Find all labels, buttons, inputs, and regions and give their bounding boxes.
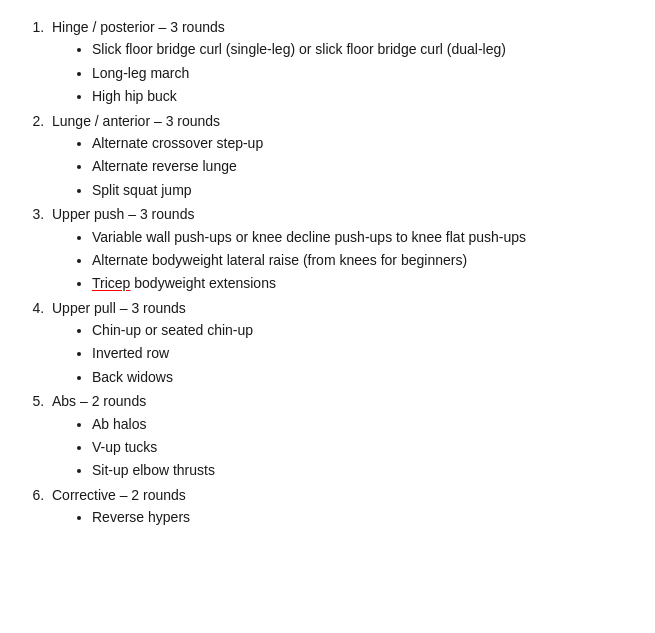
section-4-items: Chin-up or seated chin-up Inverted row B… — [52, 319, 635, 388]
section-2-items: Alternate crossover step-up Alternate re… — [52, 132, 635, 201]
section-4-header: Upper pull – 3 rounds Chin-up or seated … — [48, 297, 635, 389]
list-item: High hip buck — [92, 85, 635, 107]
list-item: Alternate reverse lunge — [92, 155, 635, 177]
list-item: Sit-up elbow thrusts — [92, 459, 635, 481]
section-5-title: Abs – 2 rounds — [52, 393, 146, 409]
section-1-header: Hinge / posterior – 3 rounds Slick floor… — [48, 16, 635, 108]
section-3-header: Upper push – 3 rounds Variable wall push… — [48, 203, 635, 295]
list-item: Tricep bodyweight extensions — [92, 272, 635, 294]
section-5-items: Ab halos V-up tucks Sit-up elbow thrusts — [52, 413, 635, 482]
list-item: Chin-up or seated chin-up — [92, 319, 635, 341]
list-item: Long-leg march — [92, 62, 635, 84]
list-item: Slick floor bridge curl (single-leg) or … — [92, 38, 635, 60]
list-item: Alternate crossover step-up — [92, 132, 635, 154]
list-item: Ab halos — [92, 413, 635, 435]
section-6-items: Reverse hypers — [52, 506, 635, 528]
section-3-title: Upper push – 3 rounds — [52, 206, 194, 222]
list-item: Variable wall push-ups or knee decline p… — [92, 226, 635, 248]
section-2-header: Lunge / anterior – 3 rounds Alternate cr… — [48, 110, 635, 202]
section-2-title: Lunge / anterior – 3 rounds — [52, 113, 220, 129]
section-4-title: Upper pull – 3 rounds — [52, 300, 186, 316]
section-3-items: Variable wall push-ups or knee decline p… — [52, 226, 635, 295]
section-1-title: Hinge / posterior – 3 rounds — [52, 19, 225, 35]
list-item: Inverted row — [92, 342, 635, 364]
sections-list: Hinge / posterior – 3 rounds Slick floor… — [20, 16, 635, 529]
section-5-header: Abs – 2 rounds Ab halos V-up tucks Sit-u… — [48, 390, 635, 482]
workout-list: Hinge / posterior – 3 rounds Slick floor… — [20, 16, 635, 529]
list-item: Reverse hypers — [92, 506, 635, 528]
section-1-items: Slick floor bridge curl (single-leg) or … — [52, 38, 635, 107]
tricep-underline: Tricep — [92, 275, 130, 291]
list-item: V-up tucks — [92, 436, 635, 458]
section-6-header: Corrective – 2 rounds Reverse hypers — [48, 484, 635, 529]
list-item: Alternate bodyweight lateral raise (from… — [92, 249, 635, 271]
list-item: Back widows — [92, 366, 635, 388]
list-item: Split squat jump — [92, 179, 635, 201]
tricep-text-rest: bodyweight extensions — [134, 275, 276, 291]
section-6-title: Corrective – 2 rounds — [52, 487, 186, 503]
